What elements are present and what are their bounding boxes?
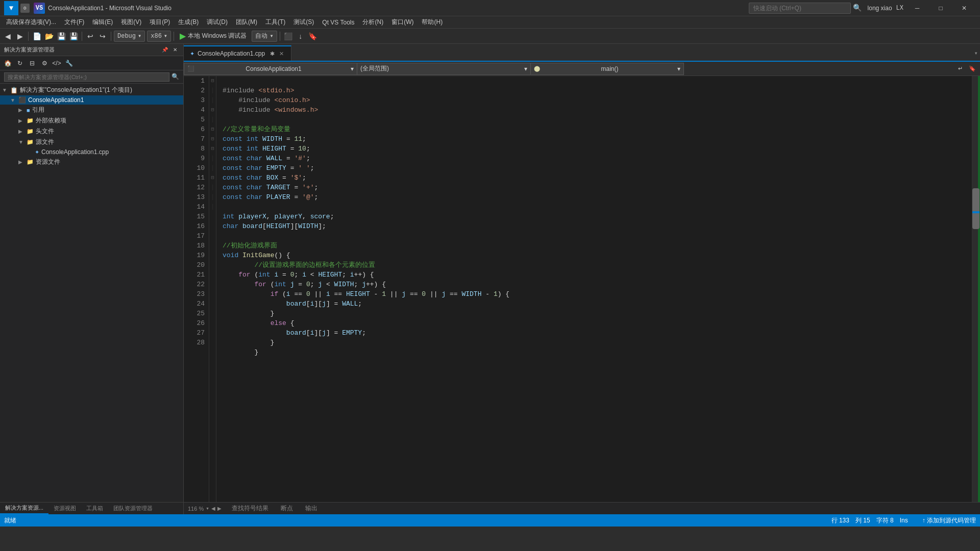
tb-save-all-btn[interactable]: 💾 [68, 31, 79, 42]
tree-resources[interactable]: ▶ 📁 资源文件 [0, 157, 183, 167]
ready-status: 就绪 [4, 516, 16, 525]
tab-bar: ✦ ConsoleApplication1.cpp ✱ ✕ ▾ [184, 44, 980, 62]
se-collapse-btn[interactable]: ⊟ [27, 58, 38, 69]
minimize-button[interactable]: ─ [905, 0, 929, 16]
tree-headers[interactable]: ▶ 📁 头文件 [0, 126, 183, 137]
menu-view[interactable]: 视图(V) [117, 17, 145, 28]
menu-test[interactable]: 测试(S) [289, 17, 318, 28]
tb-step-btn[interactable]: ↓ [295, 31, 306, 42]
headers-icon: 📁 [27, 128, 34, 135]
maximize-button[interactable]: □ [929, 0, 952, 16]
green-scroll-indicator [978, 76, 980, 502]
play-icon: ▶ [180, 31, 186, 41]
tb-sep4 [174, 32, 174, 41]
window-title: ConsoleApplication1 - Microsoft Visual S… [48, 5, 749, 12]
scroll-left-btn[interactable]: ◀ [211, 506, 215, 511]
editor-tab-active[interactable]: ✦ ConsoleApplication1.cpp ✱ ✕ [184, 45, 291, 61]
se-pin-btn[interactable]: 📌 [161, 46, 169, 54]
vertical-scrollbar[interactable] [972, 76, 980, 502]
tb-bookmark-btn[interactable]: 🔖 [307, 31, 318, 42]
run-button[interactable]: ▶ 本地 Windows 调试器 [177, 30, 250, 42]
menu-tools[interactable]: 工具(T) [261, 17, 289, 28]
quick-launch-input[interactable] [749, 3, 851, 14]
close-button[interactable]: ✕ [952, 0, 976, 16]
se-home-btn[interactable]: 🏠 [2, 58, 13, 69]
tb-save-btn[interactable]: 💾 [56, 31, 67, 42]
se-toolbar: 🏠 ↻ ⊟ ⚙ </> 🔧 [0, 56, 183, 70]
window-controls: ─ □ ✕ [905, 0, 976, 16]
tab-chevron-btn[interactable]: ▾ [972, 45, 980, 61]
zoom-dropdown-icon[interactable]: ▾ [206, 505, 209, 512]
tb-new-btn[interactable]: 📄 [31, 31, 42, 42]
status-left: 就绪 [4, 516, 16, 525]
tree-cpp-file[interactable]: ✦ ConsoleApplication1.cpp [0, 147, 183, 157]
tree-solution-arrow: ▼ [2, 87, 10, 93]
extdeps-icon: 📁 [27, 117, 34, 124]
se-code-btn[interactable]: </> [51, 58, 62, 69]
se-tab-resource[interactable]: 资源视图 [48, 503, 81, 514]
se-tab-toolbox[interactable]: 工具箱 [81, 503, 108, 514]
tb-breakpoint-btn[interactable]: ⬛ [283, 31, 294, 42]
resources-icon: 📁 [27, 159, 34, 165]
menu-qt[interactable]: Qt VS Tools [318, 18, 358, 27]
bottom-tab-findsymbol[interactable]: 查找符号结果 [226, 503, 275, 514]
status-bar: 就绪 行 133 列 15 字符 8 Ins ↑ 添加到源代码管理 [0, 514, 980, 527]
menu-file[interactable]: 文件(F) [60, 17, 88, 28]
line-numbers: 12345 678910 1112131415 1617181920 21222… [184, 76, 209, 502]
nav-wrap-btn[interactable]: ↵ [954, 63, 966, 74]
tb-redo-btn[interactable]: ↪ [97, 31, 108, 42]
status-ins: Ins [900, 517, 908, 524]
collapse-21: ⊟ [209, 134, 216, 144]
build-config-dropdown[interactable]: Debug ▾ [114, 31, 145, 42]
platform-dropdown[interactable]: x86 ▾ [147, 31, 171, 42]
tree-extdeps[interactable]: ▶ 📁 外部依赖项 [0, 115, 183, 126]
menu-help[interactable]: 帮助(H) [418, 17, 447, 28]
tree-resources-arrow: ▶ [18, 159, 27, 165]
settings-icon[interactable]: ⚙ [20, 4, 30, 13]
tree-refs-arrow: ▶ [18, 107, 27, 113]
nav-bookmark-btn[interactable]: 🔖 [967, 63, 978, 74]
menu-build[interactable]: 生成(B) [174, 17, 203, 28]
menu-team[interactable]: 团队(M) [232, 17, 261, 28]
scroll-right-btn[interactable]: ▶ [217, 506, 222, 511]
solution-icon: 📋 [10, 87, 18, 94]
refs-icon: ■ [27, 107, 30, 113]
nav-class-dropdown[interactable]: ⬛ ConsoleApplication1 ▾ [184, 63, 357, 75]
tree-sources[interactable]: ▼ 📁 源文件 [0, 137, 183, 147]
bottom-tabs: 116 % ▾ ◀ ▶ 查找符号结果 断点 输出 [184, 502, 980, 514]
menu-edit[interactable]: 编辑(E) [88, 17, 117, 28]
nav-scope-dropdown[interactable]: (全局范围) ▾ [357, 63, 531, 75]
tb-undo-btn[interactable]: ↩ [85, 31, 96, 42]
menu-advanced-save[interactable]: 高级保存选项(V)... [2, 17, 60, 28]
se-tab-solution[interactable]: 解决方案资源... [0, 503, 48, 514]
se-refresh-btn[interactable]: ↻ [14, 58, 26, 69]
se-filter-btn[interactable]: 🔧 [63, 58, 75, 69]
tab-close-btn[interactable]: ✕ [278, 50, 285, 57]
se-props-btn[interactable]: ⚙ [39, 58, 50, 69]
tb-forward-btn[interactable]: ▶ [14, 31, 26, 42]
se-close-btn[interactable]: ✕ [171, 46, 179, 54]
menu-window[interactable]: 窗口(W) [387, 17, 418, 28]
tb-back-btn[interactable]: ◀ [2, 31, 13, 42]
bottom-tab-breakpoints[interactable]: 断点 [275, 503, 299, 514]
menu-debug[interactable]: 调试(D) [203, 17, 232, 28]
code-content[interactable]: #include <stdio.h> #include <conio.h> #i… [216, 76, 972, 502]
se-search-input[interactable] [4, 72, 169, 82]
scrollbar-thumb[interactable] [972, 188, 979, 229]
menu-analyze[interactable]: 分析(N) [358, 17, 387, 28]
tree-refs[interactable]: ▶ ■ 引用 [0, 105, 183, 115]
app-logo: VS [34, 3, 45, 14]
nav-member-dropdown[interactable]: ⬤ main() ▾ [531, 63, 684, 75]
menu-project[interactable]: 项目(P) [145, 17, 174, 28]
tree-solution[interactable]: ▼ 📋 解决方案"ConsoleApplication1"(1 个项目) [0, 85, 183, 95]
se-tab-team[interactable]: 团队资源管理器 [108, 503, 158, 514]
add-source-mgmt[interactable]: ↑ 添加到源代码管理 [922, 516, 976, 525]
filter-icon[interactable]: ▼ [4, 1, 18, 15]
auto-dropdown[interactable]: 自动 ▾ [252, 31, 277, 42]
tb-sep3 [111, 32, 111, 41]
tb-open-btn[interactable]: 📂 [43, 31, 55, 42]
se-tree: ▼ 📋 解决方案"ConsoleApplication1"(1 个项目) ▼ ⬛… [0, 84, 183, 502]
bottom-tab-output[interactable]: 输出 [299, 503, 324, 514]
zoom-controls: 116 % ▾ ◀ ▶ [184, 505, 226, 512]
tree-project[interactable]: ▼ ⬛ ConsoleApplication1 [0, 95, 183, 105]
